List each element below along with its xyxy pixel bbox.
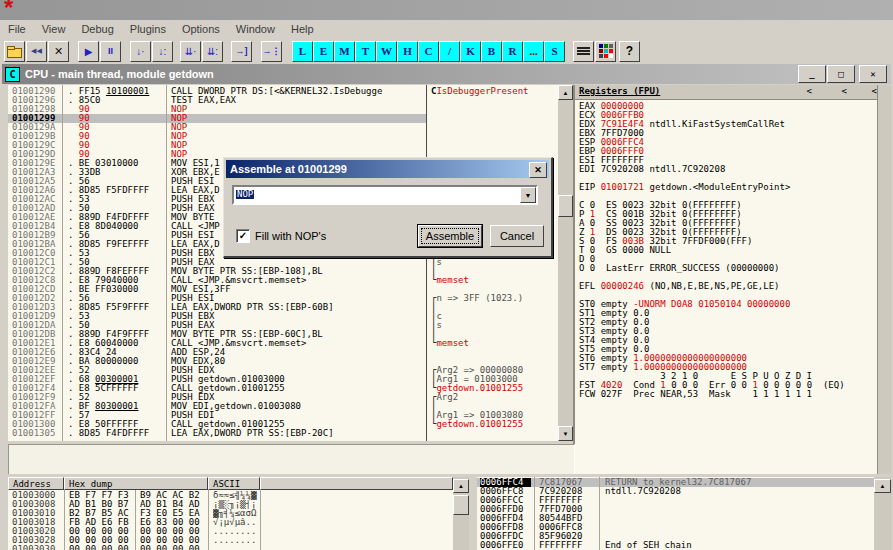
disasm-row[interactable]: 010012D3. 8D85 F5F9FFFFLEA EAX,DWORD PTR… bbox=[8, 303, 558, 312]
scroll-up-button[interactable]: ▲ bbox=[558, 85, 573, 100]
maximize-button[interactable]: □ bbox=[827, 65, 855, 83]
disasm-row[interactable]: 010012FF. 57PUSH EDI│Arg1 => 01003080 bbox=[8, 411, 558, 420]
dump-row[interactable]: 0100302800 00 00 0000 00 00 00........ bbox=[8, 536, 453, 545]
step-over-button[interactable]: ↓: bbox=[152, 41, 173, 62]
cpu-window-title-bar[interactable]: C CPU - main thread, module getdown _ □ … bbox=[2, 64, 891, 84]
minimize-button[interactable]: _ bbox=[798, 65, 826, 83]
scroll-thumb[interactable] bbox=[453, 495, 469, 515]
disasm-row[interactable]: 010012CD. BE FF030000MOV ESI,3FF bbox=[8, 285, 558, 294]
app-title-bar[interactable]: * bbox=[0, 0, 893, 20]
register-line[interactable]: O 0 LastErr ERROR_SUCCESS (00000000) bbox=[579, 264, 779, 273]
scroll-up-button[interactable]: ▲ bbox=[453, 479, 469, 493]
dump-pane[interactable]: Address Hex dump ASCII 01003000EB F7 F7 … bbox=[8, 477, 453, 550]
help-button[interactable]: ? bbox=[619, 41, 640, 62]
column-divider[interactable] bbox=[166, 85, 167, 441]
stack-row[interactable]: 0006FFE0FFFFFFFFEnd of SEH chain bbox=[477, 541, 874, 550]
disasm-row[interactable]: 010012D9. 53PUSH EBX│c bbox=[8, 312, 558, 321]
disasm-row[interactable]: 010012C1. 50PUSH EAX│s bbox=[8, 258, 558, 267]
registers-header[interactable]: Registers (FPU) < < < bbox=[575, 85, 879, 100]
stack-row[interactable]: 0006FFD07FFD7000 bbox=[477, 505, 874, 514]
stack-row[interactable]: 0006FFC47C817067RETURN to kernel32.7C817… bbox=[477, 478, 874, 487]
register-line[interactable]: EIP 01001721 getdown.<ModuleEntryPoint> bbox=[579, 183, 790, 192]
register-line[interactable]: EDI 7C920208 ntdll.7C920208 bbox=[579, 165, 725, 174]
stack-row[interactable]: 0006FFCCFFFFFFFF bbox=[477, 496, 874, 505]
disasm-row[interactable]: 010012FA. BF 80300001MOV EDI,getdown.010… bbox=[8, 402, 558, 411]
handles-window-button[interactable]: H bbox=[397, 41, 418, 62]
scroll-down-button[interactable]: ▼ bbox=[558, 426, 573, 441]
disasm-row[interactable]: 010012EF. 68 00300001PUSH getdown.010030… bbox=[8, 375, 558, 384]
close-window-button[interactable]: ✕ bbox=[859, 65, 887, 83]
dialog-title-bar[interactable]: Assemble at 01001299 bbox=[226, 160, 549, 178]
assemble-command-input[interactable]: NOP ▼ bbox=[232, 185, 538, 205]
registers-scrollbar[interactable] bbox=[877, 85, 892, 474]
menu-window[interactable]: Window bbox=[228, 21, 283, 37]
dump-header-hex[interactable]: Hex dump bbox=[64, 477, 208, 490]
breakpoints-window-button[interactable]: B bbox=[481, 41, 502, 62]
run-trace-window-button[interactable]: ... bbox=[523, 41, 544, 62]
patches-window-button[interactable]: / bbox=[439, 41, 460, 62]
disasm-row[interactable]: 010012EE. 52PUSH EDX┌Arg2 => 00000080 bbox=[8, 366, 558, 375]
dump-header-ascii[interactable]: ASCII bbox=[208, 477, 260, 490]
register-line[interactable]: EFL 00000246 (NO,NB,E,BE,NS,PE,GE,LE) bbox=[579, 282, 780, 291]
step-into-button[interactable]: ↓· bbox=[130, 41, 151, 62]
dump-row[interactable]: 01003018FB AD E6 FBE6 83 00 00√¡µ√µâ.. bbox=[8, 518, 453, 527]
dump-row[interactable]: 0100303000 00 00 0000 00 00 00........ bbox=[8, 545, 453, 550]
source-window-button[interactable]: S bbox=[544, 41, 565, 62]
windows-window-button[interactable]: W bbox=[376, 41, 397, 62]
collapse-icon[interactable]: < bbox=[842, 87, 847, 96]
menu-file[interactable]: File bbox=[0, 21, 34, 37]
restart-button[interactable]: ◀◀ bbox=[26, 41, 47, 62]
pause-button[interactable]: II bbox=[100, 41, 121, 62]
execute-till-return-button[interactable]: →] bbox=[231, 41, 252, 62]
stack-row[interactable]: 0006FFC87C920208ntdll.7C920208 bbox=[477, 487, 874, 496]
stack-row[interactable]: 0006FFD480544BFD bbox=[477, 514, 874, 523]
stack-pane[interactable]: 0006FFC47C817067RETURN to kernel32.7C817… bbox=[477, 477, 874, 550]
references-window-button[interactable]: R bbox=[502, 41, 523, 62]
scroll-thumb[interactable] bbox=[558, 195, 573, 217]
dump-header-address[interactable]: Address bbox=[8, 477, 64, 490]
dump-row[interactable]: 0100302000 00 00 0000 00 00 00........ bbox=[8, 527, 453, 536]
disasm-row[interactable]: 010012DB. 889D F4F9FFFFMOV BYTE PTR SS:[… bbox=[8, 330, 558, 339]
appearance-button[interactable] bbox=[595, 41, 616, 62]
assemble-button[interactable]: Assemble bbox=[418, 225, 482, 247]
info-pane[interactable] bbox=[8, 444, 575, 476]
stack-scrollbar[interactable]: ▲ bbox=[874, 477, 891, 550]
disasm-row[interactable]: 010012C8. E8 79040000CALL <JMP.&msvcrt.m… bbox=[8, 276, 558, 285]
call-stack-window-button[interactable]: K bbox=[460, 41, 481, 62]
go-to-address-button[interactable]: →⋮ bbox=[261, 41, 282, 62]
menu-options[interactable]: Options bbox=[174, 21, 228, 37]
menu-help[interactable]: Help bbox=[283, 21, 322, 37]
fill-with-nops-checkbox[interactable]: ✓ bbox=[236, 229, 250, 243]
disasm-row[interactable]: 010012E6. 83C4 24ADD ESP,24 bbox=[8, 348, 558, 357]
disasm-row[interactable]: 010012C2. 889D F8FEFFFFMOV BYTE PTR SS:[… bbox=[8, 267, 558, 276]
disasm-row[interactable]: 0100129B 90NOP bbox=[8, 132, 558, 141]
dump-scrollbar[interactable]: ▲ bbox=[453, 477, 469, 550]
open-file-button[interactable] bbox=[4, 41, 25, 62]
disassembly-pane[interactable]: 01001290. FF15 10100001CALL DWORD PTR DS… bbox=[8, 85, 558, 441]
disasm-row[interactable]: 010012DA. 50PUSH EAX│s bbox=[8, 321, 558, 330]
scroll-up-button[interactable]: ▲ bbox=[874, 479, 891, 493]
disasm-row[interactable]: 01001296. 85C0TEST EAX,EAX bbox=[8, 96, 558, 105]
menu-plugins[interactable]: Plugins bbox=[122, 21, 174, 37]
disasm-row[interactable]: 010012F9. 52PUSH EDX┌Arg2 bbox=[8, 393, 558, 402]
cancel-button[interactable]: Cancel bbox=[490, 225, 544, 247]
animate-into-button[interactable]: ⇊· bbox=[180, 41, 201, 62]
dump-row[interactable]: 01003000EB F7 F7 F3B9 AC AC B2δ≈≈≤╣¼¼▓ bbox=[8, 491, 453, 500]
disasm-row[interactable]: 01001299 90NOP bbox=[8, 114, 558, 123]
stack-row[interactable]: 0006FFDC85F96020 bbox=[477, 532, 874, 541]
menu-debug[interactable]: Debug bbox=[73, 21, 121, 37]
menu-view[interactable]: View bbox=[34, 21, 74, 37]
column-divider[interactable] bbox=[426, 85, 427, 441]
dialog-close-icon[interactable]: ✕ bbox=[529, 162, 547, 178]
disasm-scrollbar[interactable]: ▲ ▼ bbox=[558, 85, 573, 441]
run-button[interactable]: ▶ bbox=[78, 41, 99, 62]
threads-window-button[interactable]: T bbox=[355, 41, 376, 62]
windows-list-button[interactable] bbox=[573, 41, 594, 62]
combo-dropdown-icon[interactable]: ▼ bbox=[520, 187, 536, 203]
column-divider[interactable] bbox=[62, 85, 63, 441]
cpu-window-button[interactable]: C bbox=[418, 41, 439, 62]
register-line[interactable]: FCW 027F Prec NEAR,53 Mask 1 1 1 1 1 1 bbox=[579, 390, 812, 399]
disasm-row[interactable]: 01001300. E8 50FFFFFFCALL getdown.010012… bbox=[8, 420, 558, 429]
disasm-row[interactable]: 010012F4. E8 5CFFFFFFCALL getdown.010012… bbox=[8, 384, 558, 393]
disasm-row[interactable]: 0100129A 90NOP bbox=[8, 123, 558, 132]
